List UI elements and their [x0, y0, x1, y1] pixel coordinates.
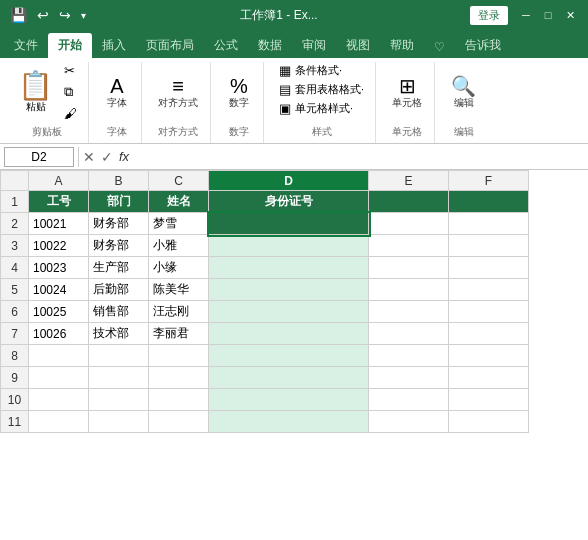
cell-10-col2[interactable] — [149, 389, 209, 411]
cell-2-col3[interactable] — [209, 213, 369, 235]
cell-10-col1[interactable] — [89, 389, 149, 411]
minimize-button[interactable]: ─ — [516, 5, 536, 25]
cell-9-col1[interactable] — [89, 367, 149, 389]
cell-4-col3[interactable] — [209, 257, 369, 279]
cell-9-col5[interactable] — [449, 367, 529, 389]
cell-5-col1[interactable]: 后勤部 — [89, 279, 149, 301]
cell-3-col5[interactable] — [449, 235, 529, 257]
tab-insert[interactable]: 插入 — [92, 33, 136, 58]
font-settings-button[interactable]: A 字体 — [101, 74, 133, 112]
cell-9-col2[interactable] — [149, 367, 209, 389]
number-button[interactable]: % 数字 — [223, 74, 255, 112]
row-header-11[interactable]: 11 — [1, 411, 29, 433]
col-header-B[interactable]: B — [89, 171, 149, 191]
cell-2-col5[interactable] — [449, 213, 529, 235]
cell-8-col2[interactable] — [149, 345, 209, 367]
cancel-formula-icon[interactable]: ✕ — [83, 149, 95, 165]
formula-input[interactable] — [133, 147, 584, 167]
cell-10-col4[interactable] — [369, 389, 449, 411]
cell-7-col1[interactable]: 技术部 — [89, 323, 149, 345]
cell-1-col2[interactable]: 姓名 — [149, 191, 209, 213]
tab-data[interactable]: 数据 — [248, 33, 292, 58]
cell-11-col5[interactable] — [449, 411, 529, 433]
cell-2-col4[interactable] — [369, 213, 449, 235]
row-header-7[interactable]: 7 — [1, 323, 29, 345]
cell-9-col3[interactable] — [209, 367, 369, 389]
cell-7-col0[interactable]: 10026 — [29, 323, 89, 345]
cell-8-col4[interactable] — [369, 345, 449, 367]
cell-11-col2[interactable] — [149, 411, 209, 433]
cell-1-col1[interactable]: 部门 — [89, 191, 149, 213]
cell-3-col2[interactable]: 小雅 — [149, 235, 209, 257]
cell-8-col0[interactable] — [29, 345, 89, 367]
copy-button[interactable]: ⧉ — [61, 83, 80, 101]
alignment-button[interactable]: ≡ 对齐方式 — [154, 74, 202, 112]
cell-7-col5[interactable] — [449, 323, 529, 345]
cell-5-col3[interactable] — [209, 279, 369, 301]
fx-button[interactable]: fx — [119, 149, 129, 164]
undo-icon[interactable]: ↩ — [35, 5, 51, 25]
cell-2-col1[interactable]: 财务部 — [89, 213, 149, 235]
cell-8-col3[interactable] — [209, 345, 369, 367]
confirm-formula-icon[interactable]: ✓ — [101, 149, 113, 165]
cell-7-col2[interactable]: 李丽君 — [149, 323, 209, 345]
cell-6-col3[interactable] — [209, 301, 369, 323]
tab-page-layout[interactable]: 页面布局 — [136, 33, 204, 58]
cell-9-col4[interactable] — [369, 367, 449, 389]
cell-11-col1[interactable] — [89, 411, 149, 433]
cell-6-col4[interactable] — [369, 301, 449, 323]
cell-1-col4[interactable] — [369, 191, 449, 213]
cell-style-button[interactable]: ▣ 单元格样式· — [276, 100, 356, 117]
row-header-4[interactable]: 4 — [1, 257, 29, 279]
cell-3-col3[interactable] — [209, 235, 369, 257]
close-button[interactable]: ✕ — [560, 5, 580, 25]
tab-view[interactable]: 视图 — [336, 33, 380, 58]
paste-button[interactable]: 📋 粘贴 — [14, 70, 57, 116]
cell-6-col1[interactable]: 销售部 — [89, 301, 149, 323]
cell-6-col2[interactable]: 汪志刚 — [149, 301, 209, 323]
col-header-D[interactable]: D — [209, 171, 369, 191]
redo-icon[interactable]: ↪ — [57, 5, 73, 25]
cut-button[interactable]: ✂ — [61, 62, 80, 79]
cell-2-col2[interactable]: 梦雪 — [149, 213, 209, 235]
login-button[interactable]: 登录 — [470, 6, 508, 25]
col-header-E[interactable]: E — [369, 171, 449, 191]
cell-11-col0[interactable] — [29, 411, 89, 433]
row-header-1[interactable]: 1 — [1, 191, 29, 213]
row-header-6[interactable]: 6 — [1, 301, 29, 323]
tab-formula[interactable]: 公式 — [204, 33, 248, 58]
cell-4-col0[interactable]: 10023 — [29, 257, 89, 279]
row-header-9[interactable]: 9 — [1, 367, 29, 389]
row-header-10[interactable]: 10 — [1, 389, 29, 411]
cell-11-col4[interactable] — [369, 411, 449, 433]
tab-heart[interactable]: ♡ — [424, 36, 455, 58]
cell-7-col4[interactable] — [369, 323, 449, 345]
cell-3-col1[interactable]: 财务部 — [89, 235, 149, 257]
cell-3-col0[interactable]: 10022 — [29, 235, 89, 257]
cell-4-col2[interactable]: 小缘 — [149, 257, 209, 279]
cells-button[interactable]: ⊞ 单元格 — [388, 74, 426, 112]
cell-4-col5[interactable] — [449, 257, 529, 279]
cell-8-col1[interactable] — [89, 345, 149, 367]
cell-8-col5[interactable] — [449, 345, 529, 367]
cell-10-col5[interactable] — [449, 389, 529, 411]
cell-5-col0[interactable]: 10024 — [29, 279, 89, 301]
cell-1-col3[interactable]: 身份证号 — [209, 191, 369, 213]
col-header-C[interactable]: C — [149, 171, 209, 191]
conditional-format-button[interactable]: ▦ 条件格式· — [276, 62, 345, 79]
cell-10-col3[interactable] — [209, 389, 369, 411]
table-format-button[interactable]: ▤ 套用表格格式· — [276, 81, 367, 98]
tab-help[interactable]: 帮助 — [380, 33, 424, 58]
cell-9-col0[interactable] — [29, 367, 89, 389]
cell-11-col3[interactable] — [209, 411, 369, 433]
cell-6-col0[interactable]: 10025 — [29, 301, 89, 323]
row-header-3[interactable]: 3 — [1, 235, 29, 257]
editing-button[interactable]: 🔍 编辑 — [447, 74, 480, 112]
cell-5-col5[interactable] — [449, 279, 529, 301]
cell-4-col1[interactable]: 生产部 — [89, 257, 149, 279]
cell-1-col5[interactable] — [449, 191, 529, 213]
qat-dropdown-icon[interactable]: ▾ — [79, 8, 88, 23]
save-icon[interactable]: 💾 — [8, 5, 29, 25]
cell-reference-box[interactable] — [4, 147, 74, 167]
cell-7-col3[interactable] — [209, 323, 369, 345]
